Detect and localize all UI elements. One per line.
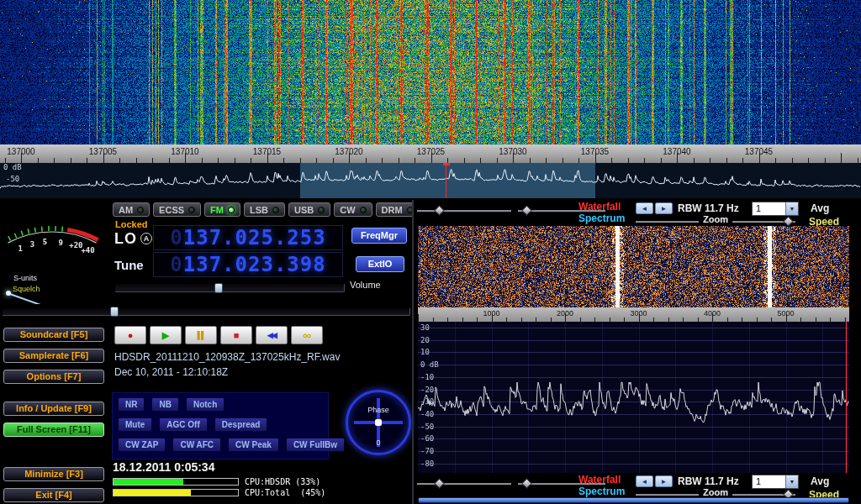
freq-tick-label: 137005 bbox=[85, 147, 122, 156]
squelch-label[interactable]: Squelch bbox=[13, 285, 40, 293]
dsp-cw-peak[interactable]: CW Peak bbox=[228, 438, 279, 452]
mode-button-am[interactable]: AM bbox=[113, 202, 150, 217]
panel-divider bbox=[412, 200, 414, 504]
freqmgr-button[interactable]: FreqMgr bbox=[351, 228, 407, 244]
dsp-cw-fullbw[interactable]: CW FullBw bbox=[286, 438, 345, 452]
volume-slider[interactable] bbox=[114, 283, 345, 292]
recording-date: Dec 10, 2011 - 12:10:18Z bbox=[114, 366, 228, 378]
mode-label: FM bbox=[210, 205, 224, 215]
db-tick-label: -50 bbox=[420, 423, 434, 431]
main-waterfall-display[interactable] bbox=[0, 0, 861, 144]
lo-frequency-display[interactable]: 0137.025.253 bbox=[153, 225, 343, 250]
volume-label: Volume bbox=[350, 280, 381, 290]
dsp-mute[interactable]: Mute bbox=[118, 417, 152, 432]
menu-button-exit-f4[interactable]: Exit [F4] bbox=[3, 488, 104, 502]
menu-button-options-f7[interactable]: Options [F7] bbox=[3, 370, 104, 384]
mode-led-icon bbox=[318, 207, 325, 213]
menu-button-info-update-f9[interactable]: Info / Update [F9] bbox=[3, 402, 104, 416]
mode-button-usb[interactable]: USB bbox=[288, 202, 330, 217]
zoom-label: Zoom bbox=[699, 214, 732, 224]
pan-scrollbar[interactable] bbox=[418, 497, 849, 503]
pan-right-button[interactable]: ► bbox=[655, 475, 673, 487]
playback-loop-button[interactable]: ∞ bbox=[291, 326, 323, 344]
overview-spectrum-display[interactable]: 0 dB -50 bbox=[0, 163, 861, 198]
dsp-nb[interactable]: NB bbox=[151, 397, 178, 412]
phase-value: 0 bbox=[348, 438, 409, 447]
db-tick-label: -10 bbox=[420, 373, 434, 381]
mode-button-cw[interactable]: CW bbox=[334, 202, 372, 217]
display-controls-top: Waterfall Spectrum ◄► RBW 11.7 Hz 1▼ Avg… bbox=[414, 200, 861, 227]
db-tick-label: 20 bbox=[420, 336, 430, 344]
zoom-spectrum-canvas bbox=[418, 322, 849, 473]
mode-button-ecss[interactable]: ECSS bbox=[153, 202, 201, 217]
zoom-spectrum-display[interactable]: 3020100 dB-10-20-30-40-50-60-70-80 bbox=[418, 322, 849, 473]
playback-pause-button[interactable]: ▌▌ bbox=[185, 326, 217, 344]
playback-stop-button[interactable]: ■ bbox=[220, 326, 252, 344]
playback-play-button[interactable]: ▶ bbox=[150, 326, 182, 344]
mode-label: USB bbox=[294, 205, 314, 215]
avg-select[interactable]: 1▼ bbox=[752, 475, 799, 489]
menu-button-samplerate-f6[interactable]: Samplerate [F6] bbox=[3, 349, 104, 363]
menu-button-soundcard-f5[interactable]: Soundcard [F5] bbox=[3, 328, 104, 342]
zoom-frequency-ruler[interactable]: 10002000300040005000 bbox=[418, 307, 849, 322]
freq-tick-label: 137035 bbox=[577, 147, 614, 156]
freq-tick-label: 137015 bbox=[249, 147, 286, 156]
locked-label: Locked bbox=[115, 219, 148, 229]
dsp-despread[interactable]: Despread bbox=[214, 417, 268, 432]
rewind-icon: ◀◀ bbox=[267, 331, 276, 339]
freq-tick-label: 137020 bbox=[330, 147, 367, 156]
lo-lock-badge[interactable]: A bbox=[140, 233, 152, 244]
dsp-cw-afc[interactable]: CW AFC bbox=[172, 438, 221, 452]
record-icon: ● bbox=[128, 330, 134, 340]
freq-tick-label: 137030 bbox=[494, 147, 531, 156]
slider-thumb[interactable] bbox=[435, 478, 446, 489]
zoom-slider[interactable]: Zoom bbox=[636, 218, 795, 226]
menu-button-minimize-f3[interactable]: Minimize [F3] bbox=[3, 467, 104, 481]
pause-icon: ▌▌ bbox=[198, 331, 205, 339]
pan-left-button[interactable]: ◄ bbox=[636, 475, 653, 487]
extio-button[interactable]: ExtIO bbox=[356, 256, 404, 272]
mode-label: ECSS bbox=[159, 205, 184, 215]
avg-label: Avg bbox=[811, 202, 829, 214]
db-tick-label: -70 bbox=[420, 447, 434, 455]
pan-left-button[interactable]: ◄ bbox=[636, 202, 653, 214]
dsp-notch[interactable]: Notch bbox=[186, 397, 224, 412]
waterfall-label: Waterfall bbox=[578, 474, 621, 486]
dropdown-arrow-icon[interactable]: ▼ bbox=[785, 202, 798, 215]
tuning-slider[interactable] bbox=[2, 307, 410, 316]
mode-led-icon bbox=[360, 207, 367, 213]
menu-button-full-screen-f11[interactable]: Full Screen [F11] bbox=[3, 423, 104, 437]
dsp-agc-off[interactable]: AGC Off bbox=[159, 417, 207, 432]
main-frequency-ruler[interactable]: 1370001370051370101370151370201370251370… bbox=[0, 144, 861, 163]
db-scale-50: -50 bbox=[6, 175, 19, 183]
playback-rewind-button[interactable]: ◀◀ bbox=[256, 326, 288, 344]
mode-button-fm[interactable]: FM bbox=[204, 202, 240, 217]
avg-select[interactable]: 1▼ bbox=[752, 202, 799, 216]
tuning-slider-thumb[interactable] bbox=[110, 307, 119, 317]
mode-button-lsb[interactable]: LSB bbox=[244, 202, 285, 217]
dsp-nr[interactable]: NR bbox=[118, 397, 145, 412]
playback-record-button[interactable]: ● bbox=[114, 326, 146, 344]
display-controls-bottom: Waterfall Spectrum ◄► RBW 11.7 Hz 1▼ Avg… bbox=[414, 473, 861, 500]
tune-frequency-display[interactable]: 0137.023.398 bbox=[153, 252, 343, 277]
volume-slider-thumb[interactable] bbox=[214, 283, 223, 293]
waterfall-label: Waterfall bbox=[578, 201, 621, 213]
freq-tick-label: 137000 bbox=[3, 147, 40, 156]
mode-label: CW bbox=[340, 205, 355, 215]
slider-thumb[interactable] bbox=[435, 205, 446, 216]
phase-indicator: Phase 0 bbox=[346, 390, 411, 455]
dropdown-arrow-icon[interactable]: ▼ bbox=[785, 475, 798, 488]
pan-right-button[interactable]: ► bbox=[655, 202, 673, 214]
dsp-cw-zap[interactable]: CW ZAP bbox=[118, 438, 166, 452]
slider-thumb[interactable] bbox=[521, 205, 532, 216]
cpu-bar bbox=[113, 478, 239, 486]
stop-icon: ■ bbox=[234, 330, 240, 340]
zoom-waterfall-display[interactable] bbox=[418, 226, 849, 307]
mode-led-icon bbox=[188, 207, 195, 213]
zoom-slider-thumb[interactable] bbox=[783, 216, 794, 227]
slider-thumb[interactable] bbox=[521, 478, 532, 489]
freq-tick-label: 137040 bbox=[658, 147, 695, 156]
zoom-freq-tick-label: 5000 bbox=[773, 309, 800, 318]
waterfall-brightness-slider[interactable] bbox=[417, 480, 511, 488]
waterfall-brightness-slider[interactable] bbox=[417, 207, 511, 215]
